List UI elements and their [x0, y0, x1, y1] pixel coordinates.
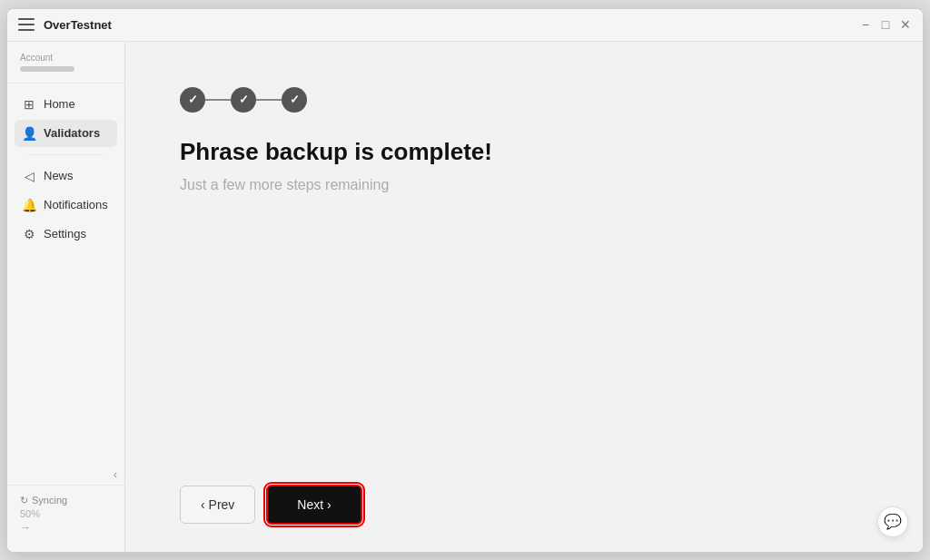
sidebar-collapse-button[interactable]: ‹ — [7, 464, 124, 485]
step-line-2 — [256, 99, 282, 101]
sidebar-label-notifications: Notifications — [44, 198, 108, 211]
app-body: Account ⊞ Home 👤 Validators ◁ News — [7, 42, 923, 552]
content-area: ✓ ✓ ✓ Phrase backup is complete! Just a … — [125, 42, 923, 467]
home-icon: ⊞ — [22, 97, 36, 112]
sidebar-nav: ⊞ Home 👤 Validators ◁ News 🔔 Notificatio… — [7, 91, 124, 464]
news-icon: ◁ — [22, 169, 36, 183]
notifications-icon: 🔔 — [22, 198, 36, 212]
stepper: ✓ ✓ ✓ — [180, 87, 868, 113]
sidebar-item-notifications[interactable]: 🔔 Notifications — [15, 192, 117, 219]
sidebar-item-news[interactable]: ◁ News — [15, 162, 117, 190]
bottom-nav: ‹ Prev Next › — [125, 467, 923, 552]
step-line-1 — [205, 99, 231, 101]
sidebar-label-news: News — [44, 169, 74, 182]
page-title: Phrase backup is complete! — [180, 138, 868, 166]
menu-icon[interactable] — [18, 18, 35, 31]
app-window: OverTestnet − □ ✕ Account ⊞ Home 👤 Valid… — [6, 8, 924, 553]
syncing-section: ↻ Syncing 50% → — [7, 485, 124, 541]
maximize-button[interactable]: □ — [879, 18, 892, 31]
main-content: ✓ ✓ ✓ Phrase backup is complete! Just a … — [125, 42, 923, 552]
syncing-label: ↻ Syncing — [20, 495, 112, 506]
chat-bubble-button[interactable]: 💬 — [877, 506, 908, 537]
validators-icon: 👤 — [22, 126, 36, 141]
close-button[interactable]: ✕ — [899, 18, 912, 31]
sidebar: Account ⊞ Home 👤 Validators ◁ News — [7, 42, 125, 552]
sidebar-item-settings[interactable]: ⚙ Settings — [15, 221, 117, 248]
window-controls: − □ ✕ — [859, 18, 912, 31]
sidebar-label-home: Home — [44, 97, 75, 111]
app-title: OverTestnet — [44, 18, 859, 32]
syncing-text: Syncing — [32, 495, 67, 506]
page-subtitle: Just a few more steps remaining — [180, 177, 868, 193]
step-3: ✓ — [282, 87, 307, 113]
titlebar: OverTestnet − □ ✕ — [7, 9, 923, 42]
step-2: ✓ — [231, 87, 256, 113]
account-bar — [20, 66, 74, 72]
nav-divider — [27, 154, 104, 155]
chat-icon: 💬 — [884, 513, 902, 530]
sidebar-item-home[interactable]: ⊞ Home — [15, 91, 117, 118]
sidebar-label-validators: Validators — [44, 126, 100, 140]
collapse-arrow-icon: ‹ — [114, 467, 117, 481]
minimize-button[interactable]: − — [859, 18, 872, 31]
next-button[interactable]: Next › — [266, 485, 361, 525]
sync-icon: ↻ — [20, 495, 28, 506]
account-section: Account — [7, 53, 124, 84]
syncing-arrow-icon: → — [20, 521, 112, 534]
sidebar-label-settings: Settings — [44, 227, 86, 241]
syncing-percent: 50% — [20, 508, 112, 519]
account-label: Account — [20, 53, 112, 63]
settings-icon: ⚙ — [22, 227, 36, 241]
step-1: ✓ — [180, 87, 205, 113]
prev-button[interactable]: ‹ Prev — [180, 486, 255, 524]
sidebar-item-validators[interactable]: 👤 Validators — [15, 120, 117, 147]
